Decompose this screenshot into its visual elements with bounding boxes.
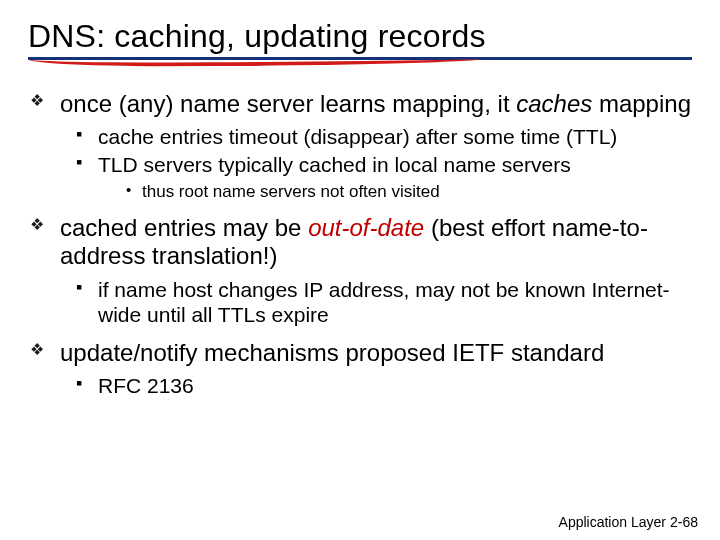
title-accent — [28, 62, 692, 72]
sub-item: cache entries timeout (disappear) after … — [76, 124, 692, 149]
sub-text: RFC 2136 — [98, 374, 194, 397]
sub-list: cache entries timeout (disappear) after … — [60, 124, 692, 202]
bullet-text: update/notify mechanisms proposed IETF s… — [60, 339, 604, 366]
bullet-item: update/notify mechanisms proposed IETF s… — [30, 339, 692, 399]
subsub-list: thus root name servers not often visited — [98, 181, 692, 202]
slide-footer: Application Layer2-68 — [559, 514, 698, 530]
bullet-text: mapping — [592, 90, 691, 117]
bullet-em-red: out-of-date — [308, 214, 424, 241]
bullet-list: once (any) name server learns mapping, i… — [28, 90, 692, 398]
sub-list: if name host changes IP address, may not… — [60, 277, 692, 327]
sub-item: if name host changes IP address, may not… — [76, 277, 692, 327]
sub-list: RFC 2136 — [60, 373, 692, 398]
sub-text: cache entries timeout (disappear) after … — [98, 125, 617, 148]
subsub-text: thus root name servers not often visited — [142, 182, 440, 201]
bullet-text: cached entries may be — [60, 214, 308, 241]
bullet-text: once (any) name server learns mapping, i… — [60, 90, 516, 117]
sub-text: TLD servers typically cached in local na… — [98, 153, 571, 176]
bullet-item: cached entries may be out-of-date (best … — [30, 214, 692, 327]
sub-item: TLD servers typically cached in local na… — [76, 152, 692, 202]
sub-text: if name host changes IP address, may not… — [98, 278, 670, 326]
footer-page: 2-68 — [670, 514, 698, 530]
footer-label: Application Layer — [559, 514, 666, 530]
sub-item: RFC 2136 — [76, 373, 692, 398]
bullet-item: once (any) name server learns mapping, i… — [30, 90, 692, 202]
bullet-em: caches — [516, 90, 592, 117]
subsub-item: thus root name servers not often visited — [126, 181, 692, 202]
